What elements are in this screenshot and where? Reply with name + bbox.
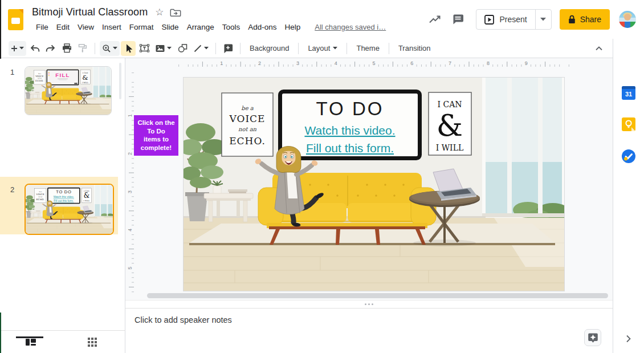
menu-insert[interactable]: Insert [98, 22, 125, 33]
svg-text:not an: not an [238, 126, 257, 132]
account-avatar[interactable] [619, 11, 636, 28]
i-can-i-will-poster[interactable]: I CAN & I WILL [80, 70, 90, 84]
comment-history-icon[interactable] [446, 8, 469, 31]
background-button[interactable]: Background [244, 42, 294, 55]
zoom-button[interactable] [100, 41, 120, 56]
active-view-indicator [16, 336, 43, 338]
present-button[interactable]: Present [476, 10, 535, 29]
undo-button[interactable] [27, 41, 42, 56]
svg-text:I CAN: I CAN [437, 100, 462, 109]
keep-icon[interactable] [622, 117, 635, 131]
share-button[interactable]: Share [560, 9, 610, 30]
svg-text:TO DO: TO DO [56, 189, 71, 194]
lock-icon [568, 15, 576, 24]
slide-1-thumbnail[interactable]: be a VOICE not an ECHO. TO DO Watch this [25, 66, 112, 115]
filmstrip-view-icon [25, 338, 36, 347]
offslide-purple-note[interactable]: Click on the To Do items to complete! [134, 115, 178, 156]
svg-text:VOICE: VOICE [35, 75, 43, 78]
menu-file[interactable]: File [32, 22, 52, 33]
grid-view-button[interactable] [62, 338, 123, 347]
print-button[interactable] [59, 41, 74, 56]
explore-button[interactable] [584, 329, 601, 346]
view-switcher [0, 330, 125, 353]
svg-text:VOICE: VOICE [229, 113, 265, 124]
transition-button[interactable]: Transition [393, 42, 436, 55]
present-dropdown-button[interactable] [535, 10, 551, 29]
paint-format-button[interactable] [75, 41, 90, 56]
menu-addons[interactable]: Add-ons [244, 22, 280, 33]
voice-echo-poster[interactable]: be a VOICE not an ECHO. [222, 93, 273, 156]
svg-text:5: 5 [127, 266, 133, 269]
theme-button[interactable]: Theme [351, 42, 384, 55]
horizontal-scrollbar[interactable] [147, 293, 608, 298]
fill-board[interactable]: FILL [47, 70, 78, 85]
speaker-notes-panel[interactable]: Click to add speaker notes [125, 309, 613, 353]
text-box-tool-button[interactable] [137, 41, 152, 56]
menu-arrange[interactable]: Arrange [183, 22, 218, 33]
notes-resize-handle[interactable] [125, 300, 613, 309]
svg-text:1: 1 [220, 60, 223, 66]
slide-number: 1 [0, 66, 25, 115]
menu-edit[interactable]: Edit [52, 22, 74, 33]
slide-canvas[interactable]: 123456789 12345 Click on the To Do items… [125, 58, 613, 300]
i-can-i-will-poster[interactable]: I CAN & I WILL [429, 92, 471, 155]
slide-scene[interactable]: be a VOICE not an ECHO. TO DO Watch this [25, 67, 111, 115]
svg-text:VOICE: VOICE [35, 193, 44, 196]
voice-echo-poster[interactable]: be a VOICE not an ECHO. [34, 188, 46, 203]
watch-video-link: Watch this video. [54, 196, 74, 198]
insert-image-button[interactable] [153, 41, 174, 56]
line-tool-button[interactable] [191, 41, 211, 56]
svg-text:&: & [82, 74, 88, 82]
slide-scene[interactable]: be a VOICE not an ECHO. TO DO Watch this [184, 78, 564, 291]
fill-form-link: Fill out this form. [306, 141, 394, 155]
menu-format[interactable]: Format [125, 22, 158, 33]
svg-text:4: 4 [335, 60, 337, 66]
todo-board[interactable]: TO DO Watch this video. Fill out this fo… [48, 188, 80, 204]
expand-side-panel-button[interactable] [626, 335, 631, 345]
activity-trending-icon[interactable] [423, 8, 446, 31]
document-title[interactable]: Bitmoji Virtual Classroom [32, 6, 148, 18]
svg-text:ECHO.: ECHO. [35, 79, 43, 82]
slide-scene[interactable]: be a VOICE not an ECHO. TO DO Watch this [26, 185, 113, 234]
window-edge-bottom [0, 313, 1, 353]
layout-button[interactable]: Layout [303, 42, 343, 55]
slide-2-thumbnail[interactable]: be a VOICE not an ECHO. TO DO Watch this [25, 184, 114, 235]
menu-slide[interactable]: Slide [158, 22, 183, 33]
new-slide-button[interactable] [9, 41, 26, 56]
svg-text:FILL: FILL [55, 72, 70, 78]
svg-text:1: 1 [127, 114, 133, 117]
menu-tools[interactable]: Tools [218, 22, 244, 33]
side-panel-rail: 31 [613, 39, 644, 353]
slide-thumbnail-row-2: 2 [0, 184, 118, 235]
horizontal-ruler: 123456789 [174, 58, 576, 68]
select-tool-button[interactable] [121, 41, 136, 56]
voice-echo-poster[interactable]: be a VOICE not an ECHO. [34, 70, 45, 84]
collapse-toolbar-button[interactable] [592, 41, 606, 56]
redo-button[interactable] [43, 41, 58, 56]
svg-text:ECHO.: ECHO. [36, 198, 44, 201]
toolbar: Background Layout Theme Transition [0, 39, 613, 58]
svg-text:be a: be a [241, 105, 253, 111]
star-icon[interactable]: ☆ [155, 7, 164, 17]
insert-comment-button[interactable] [221, 41, 235, 56]
shape-tool-button[interactable] [175, 41, 190, 56]
slide-editor-page[interactable]: be a VOICE not an ECHO. TO DO Watch this [184, 78, 564, 291]
svg-text:5: 5 [372, 60, 375, 66]
menu-view[interactable]: View [74, 22, 98, 33]
explore-icon [588, 332, 598, 343]
tasks-icon[interactable] [622, 149, 635, 163]
slide-filmstrip: 1 [0, 58, 125, 353]
filmstrip-scrollbar[interactable] [119, 63, 121, 99]
move-folder-icon[interactable] [170, 7, 181, 17]
filmstrip-view-button[interactable] [0, 338, 62, 347]
menu-help[interactable]: Help [280, 22, 304, 33]
saved-status-link[interactable]: All changes saved i… [315, 23, 386, 31]
topbar: Bitmoji Virtual Classroom ☆ File Edit Vi… [0, 0, 644, 39]
calendar-icon[interactable]: 31 [622, 86, 635, 100]
speaker-notes-placeholder[interactable]: Click to add speaker notes [134, 315, 232, 324]
todo-board[interactable]: TO DO Watch this video. Fill out this fo… [280, 92, 420, 159]
vertical-ruler: 12345 [125, 68, 135, 298]
slides-logo-icon[interactable] [8, 9, 23, 30]
menu-bar: File Edit View Insert Format Slide Arran… [32, 21, 423, 34]
i-can-i-will-poster[interactable]: I CAN & I WILL [81, 188, 91, 202]
